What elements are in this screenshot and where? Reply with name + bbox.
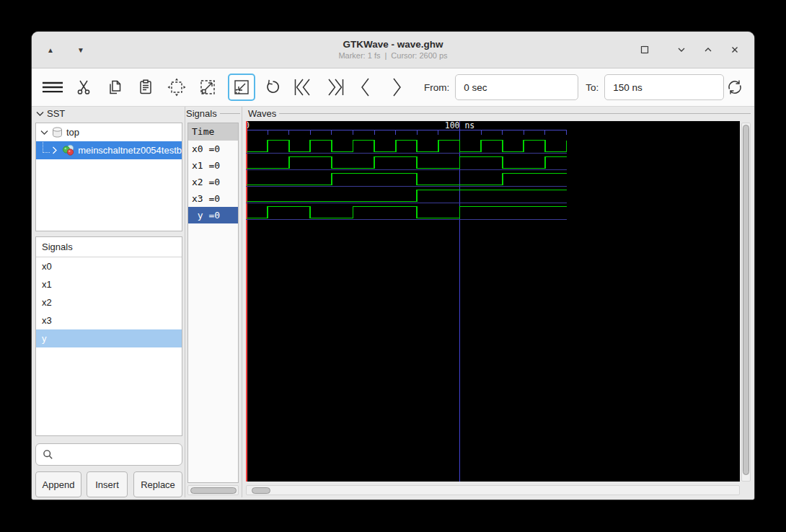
shade-up-button[interactable]: ▲ (43, 43, 58, 57)
tree-item-top[interactable]: top (36, 123, 182, 141)
window-subtitle: Marker: 1 fs | Cursor: 2600 ps (338, 50, 447, 61)
search-icon (43, 449, 53, 460)
titlebar[interactable]: ▲ ▼ GTKWave - wave.ghw Marker: 1 fs | Cu… (32, 32, 754, 68)
waves-frame-label: Waves (248, 108, 751, 119)
signal-list-header: Signals (36, 237, 182, 257)
close-icon[interactable] (727, 42, 743, 58)
reload-icon[interactable] (724, 76, 746, 98)
main-content: SST top meinschaltnetz0054te (32, 107, 754, 500)
minimize-icon[interactable] (674, 42, 689, 58)
cut-icon[interactable] (73, 76, 94, 98)
signal-list-item-x2[interactable]: x2 (36, 293, 182, 311)
gtkwave-window: ▲ ▼ GTKWave - wave.ghw Marker: 1 fs | Cu… (32, 32, 754, 500)
from-input[interactable] (455, 74, 578, 100)
hierarchy-top-icon (51, 126, 63, 138)
desktop: { "window": { "title": "GTKWave - wave.g… (0, 0, 786, 532)
to-label: To: (586, 82, 599, 93)
next-edge-icon[interactable] (386, 76, 407, 98)
chevron-down-icon (36, 111, 44, 117)
signal-list-item-y[interactable]: y (36, 329, 182, 347)
fit-window-icon[interactable] (637, 42, 653, 58)
waves-hscrollbar-thumb[interactable] (252, 487, 270, 494)
zoom-fit-icon[interactable] (166, 76, 187, 98)
go-to-end-icon[interactable] (324, 76, 345, 98)
frame-line (220, 113, 240, 114)
tree-item-module[interactable]: meinschaltnetz0054testb (36, 141, 182, 159)
value-row-x3[interactable]: x3 =0 (188, 190, 238, 207)
values-panel: Time x0 =0 x1 =0 x2 =0 x3 =0 y =0 (187, 123, 239, 483)
expander-closed-icon[interactable] (50, 146, 60, 154)
sst-tree: top meinschaltnetz0054testb (35, 123, 182, 231)
values-hscrollbar[interactable] (187, 485, 239, 495)
wave-canvas[interactable]: 0100 ns (246, 121, 740, 482)
signal-list-item-x1[interactable]: x1 (36, 275, 182, 293)
values-frame-label: Signals (186, 108, 240, 119)
marker-status: Marker: 1 fs (338, 50, 380, 61)
expander-open-icon[interactable] (39, 130, 49, 136)
insert-button[interactable]: Insert (87, 471, 128, 497)
shade-down-button[interactable]: ▼ (74, 43, 88, 57)
signal-list-panel: Signals x0 x1 x2 x3 y (35, 236, 182, 436)
waves-vscrollbar-thumb[interactable] (743, 125, 749, 475)
pane-splitter-left[interactable] (185, 107, 185, 497)
value-row-x2[interactable]: x2 =0 (188, 174, 238, 190)
window-title: GTKWave - wave.ghw (343, 39, 443, 50)
previous-edge-icon[interactable] (355, 76, 376, 98)
subtitle-separator: | (384, 50, 387, 61)
zoom-out-area-icon[interactable] (228, 74, 255, 101)
module-icon (62, 144, 75, 156)
replace-button[interactable]: Replace (133, 471, 182, 497)
waves-hscrollbar[interactable] (246, 485, 740, 495)
cursor-status: Cursor: 2600 ps (391, 50, 447, 61)
value-row-y[interactable]: y =0 (188, 207, 238, 223)
undo-icon[interactable] (262, 76, 283, 98)
to-input[interactable] (604, 74, 724, 100)
copy-icon[interactable] (104, 76, 125, 98)
sst-expander[interactable]: SST (36, 108, 65, 119)
zoom-in-area-icon[interactable] (197, 76, 218, 98)
append-button[interactable]: Append (35, 471, 81, 497)
paste-icon[interactable] (135, 76, 156, 98)
signal-list-item-x0[interactable]: x0 (36, 257, 182, 275)
sst-label: SST (47, 108, 65, 119)
toolbar: From: To: (32, 68, 754, 107)
time-header[interactable]: Time (188, 123, 238, 141)
waveform-plot: 0100 ns (246, 121, 740, 482)
waves-vscrollbar[interactable] (741, 123, 751, 482)
value-row-x0[interactable]: x0 =0 (188, 141, 238, 157)
signal-buttons: Append Insert Replace (35, 471, 182, 497)
tree-item-label: top (66, 127, 79, 138)
frame-line (279, 113, 751, 114)
value-row-x1[interactable]: x1 =0 (188, 157, 238, 174)
from-label: From: (424, 82, 449, 93)
pane-splitter-right[interactable] (242, 107, 242, 497)
tree-connector (43, 142, 50, 153)
values-hscrollbar-thumb[interactable] (190, 487, 237, 494)
menu-icon[interactable] (42, 76, 63, 98)
tree-item-label: meinschaltnetz0054testb (78, 145, 182, 156)
maximize-icon[interactable] (700, 42, 716, 58)
go-to-start-icon[interactable] (293, 76, 314, 98)
signal-search-input[interactable] (35, 443, 182, 466)
signal-list-item-x3[interactable]: x3 (36, 311, 182, 329)
